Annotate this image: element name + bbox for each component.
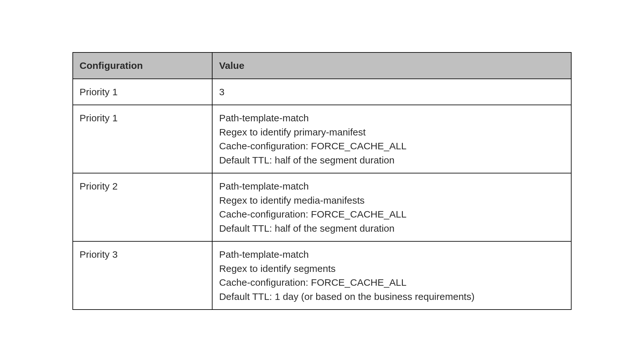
table-row: Priority 3 Path-template-match Regex to … <box>73 241 571 310</box>
value-line: Regex to identify segments <box>219 262 564 276</box>
cell-value: 3 <box>212 79 571 105</box>
table-row: Priority 1 3 <box>73 79 571 105</box>
header-value: Value <box>212 52 571 79</box>
cell-value: Path-template-match Regex to identify se… <box>212 241 571 310</box>
table-row: Priority 2 Path-template-match Regex to … <box>73 173 571 241</box>
cell-config: Priority 1 <box>73 105 212 173</box>
cell-config: Priority 3 <box>73 241 212 310</box>
cell-config: Priority 1 <box>73 79 212 105</box>
value-line: Default TTL: half of the segment duratio… <box>219 153 564 167</box>
config-table: Configuration Value Priority 1 3 Priorit… <box>72 52 572 310</box>
value-line: Cache-configuration: FORCE_CACHE_ALL <box>219 207 564 221</box>
value-line: Cache-configuration: FORCE_CACHE_ALL <box>219 275 564 290</box>
config-table-container: Configuration Value Priority 1 3 Priorit… <box>72 52 572 310</box>
cell-value: Path-template-match Regex to identify me… <box>212 173 571 241</box>
table-header-row: Configuration Value <box>73 52 571 79</box>
value-line: Path-template-match <box>219 111 564 125</box>
value-line: Path-template-match <box>219 247 564 262</box>
value-line: Path-template-match <box>219 179 564 193</box>
cell-config: Priority 2 <box>73 173 212 241</box>
table-row: Priority 1 Path-template-match Regex to … <box>73 105 571 173</box>
value-line: Cache-configuration: FORCE_CACHE_ALL <box>219 139 564 153</box>
header-configuration: Configuration <box>73 52 212 79</box>
value-line: 3 <box>219 85 564 99</box>
value-line: Regex to identify media-manifests <box>219 193 564 208</box>
value-line: Default TTL: half of the segment duratio… <box>219 221 564 236</box>
value-line: Regex to identify primary-manifest <box>219 125 564 139</box>
table-body: Priority 1 3 Priority 1 Path-template-ma… <box>73 79 571 310</box>
value-line: Default TTL: 1 day (or based on the busi… <box>219 290 564 304</box>
cell-value: Path-template-match Regex to identify pr… <box>212 105 571 173</box>
